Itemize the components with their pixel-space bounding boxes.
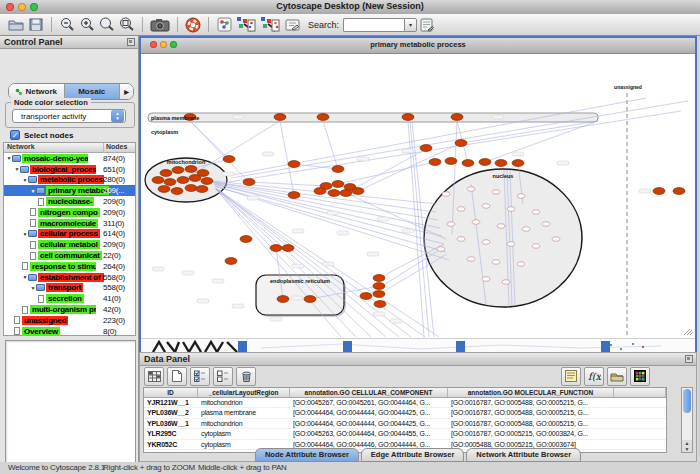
- annotation-button[interactable]: [282, 15, 302, 35]
- tree-row[interactable]: ▼cellular process614(0): [4, 229, 135, 240]
- svg-text:mitochondrion: mitochondrion: [167, 159, 206, 165]
- tree-row-label: unassigned: [22, 316, 68, 325]
- select-nodes-checkbox[interactable]: ✓: [10, 130, 20, 140]
- tree-row-count: 874(0): [103, 154, 125, 163]
- vizmapper-button[interactable]: [214, 15, 234, 35]
- tree-row-label: biological_process: [30, 165, 96, 174]
- tab-overflow-arrow[interactable]: ▶: [120, 84, 133, 99]
- import-attributes-button[interactable]: [607, 367, 627, 386]
- tree-row[interactable]: response to stimul264(0): [4, 261, 135, 272]
- advanced-search-button[interactable]: [417, 15, 437, 35]
- tree-row[interactable]: ▼primary metabol209(...: [4, 185, 135, 196]
- tree-row[interactable]: nucleobase-209(0): [4, 196, 135, 207]
- delete-attribute-button[interactable]: [236, 367, 256, 386]
- table-row[interactable]: YPL036W__2plasma membrane[GO:0044464, GO…: [144, 408, 666, 418]
- select-nodes-row: ✓ Select nodes: [10, 130, 73, 140]
- search-dropdown-arrow[interactable]: ▾: [404, 18, 417, 32]
- float-panel-icon[interactable]: [127, 38, 135, 46]
- folder-icon: [28, 230, 37, 237]
- data-panel-title: Data Panel: [144, 354, 190, 364]
- tab-network-attribute-browser[interactable]: Network Attribute Browser: [466, 448, 581, 462]
- tree-row[interactable]: cellular metabol209(0): [4, 239, 135, 250]
- new-attribute-button[interactable]: [167, 367, 187, 386]
- matrix-button[interactable]: [630, 367, 650, 386]
- tree-row[interactable]: ▼establishment of lo558(0): [4, 272, 135, 283]
- help-button[interactable]: [183, 15, 203, 35]
- zoom-in-button[interactable]: [77, 15, 97, 35]
- tree-row-count: 280(0): [103, 175, 125, 184]
- status-bar: Welcome to Cytoscape 2.8.1 Right-click +…: [0, 462, 700, 474]
- network-canvas[interactable]: plasma membranecytoplasmmitochondrionnuc…: [141, 54, 695, 338]
- zoom-selected-button[interactable]: [97, 15, 117, 35]
- table-cell: [GO:0045263, GO:0044464, GO:0044455, G..…: [290, 429, 448, 438]
- notes-button[interactable]: [561, 367, 581, 386]
- save-session-button[interactable]: [26, 15, 46, 35]
- birdseye-view[interactable]: [5, 340, 136, 474]
- attribute-grid-button[interactable]: [144, 367, 164, 386]
- open-session-button[interactable]: [6, 15, 26, 35]
- tab-network-label: Network: [25, 87, 57, 96]
- column-header-region[interactable]: _cellularLayoutRegion: [198, 388, 290, 397]
- snapshot-button[interactable]: [148, 15, 172, 35]
- search-input[interactable]: [343, 18, 404, 32]
- tree-row[interactable]: multi-organism pro42(0): [4, 304, 135, 315]
- layout-apply-button[interactable]: [258, 15, 282, 35]
- zoom-fit-button[interactable]: [117, 15, 137, 35]
- layout-copy-button[interactable]: [234, 15, 258, 35]
- zoom-out-button[interactable]: [57, 15, 77, 35]
- tree-row-label: macromolecule: [38, 219, 98, 228]
- unselect-attributes-button[interactable]: [213, 367, 233, 386]
- svg-text:unassigned: unassigned: [614, 84, 642, 90]
- tree-row[interactable]: macromolecule311(0): [4, 218, 135, 229]
- node-color-dropdown[interactable]: transporter activity ▲▼: [12, 109, 126, 123]
- float-data-panel-icon[interactable]: [685, 355, 693, 363]
- tab-mosaic[interactable]: Mosaic: [65, 84, 121, 99]
- tree-row-count: 651(0): [103, 165, 125, 174]
- table-cell: [GO:0016787, GO:0005488, GO:0005215, G..…: [448, 398, 614, 407]
- tab-node-attribute-browser[interactable]: Node Attribute Browser: [255, 448, 359, 462]
- tree-column-network[interactable]: Network: [7, 143, 35, 150]
- tree-row[interactable]: nitrogen compo209(0): [4, 207, 135, 218]
- table-cell: mitochondrion: [198, 419, 290, 428]
- tab-network[interactable]: Network: [9, 84, 65, 99]
- tree-row[interactable]: cell communicat22(0): [4, 250, 135, 261]
- tree-row-count: 41(0): [103, 294, 121, 303]
- tree-row-count: 209(0): [103, 240, 125, 249]
- tree-row[interactable]: secretion41(0): [4, 293, 135, 304]
- tree-row[interactable]: ▼biological_process651(0): [4, 164, 135, 175]
- table-cell: YDR039C__1: [144, 450, 198, 453]
- toolbar-separator: [177, 17, 178, 32]
- search-label: Search:: [308, 20, 339, 30]
- table-cell: [GO:0045267, GO:0045261, GO:0044464, G..…: [290, 398, 448, 407]
- tree-row[interactable]: unassigned223(0): [4, 315, 135, 326]
- tree-row[interactable]: ▼mosaic-demo-yeast874(0): [4, 153, 135, 164]
- column-header-filler: [614, 388, 666, 397]
- function-builder-button[interactable]: f(x): [584, 367, 604, 386]
- window-title: Cytoscape Desktop (New Session): [0, 1, 700, 11]
- browser-tabs: Node Attribute Browser Edge Attribute Br…: [255, 448, 581, 462]
- tree-row-count: 209(0): [103, 197, 125, 206]
- network-view-title: primary metabolic process: [141, 40, 695, 49]
- scrollbar-arrows[interactable]: ▲▼: [682, 440, 692, 452]
- select-attributes-button[interactable]: [190, 367, 210, 386]
- tree-row-count: 22(0): [103, 251, 121, 260]
- tree-row-label: cellular process: [38, 229, 100, 238]
- scrollbar-thumb[interactable]: [683, 389, 691, 413]
- table-row[interactable]: YLR295Ccytoplasm[GO:0045263, GO:0044464,…: [144, 429, 666, 439]
- tab-edge-attribute-browser[interactable]: Edge Attribute Browser: [361, 448, 464, 462]
- table-row[interactable]: YJR121W__1mitochondrion[GO:0045267, GO:0…: [144, 398, 666, 408]
- table-scrollbar[interactable]: ▲▼: [681, 387, 693, 453]
- column-header-id[interactable]: ID: [144, 388, 198, 397]
- tree-column-nodes[interactable]: Nodes: [103, 143, 127, 152]
- network-view-titlebar[interactable]: primary metabolic process: [141, 38, 695, 54]
- tree-row-count: 223(0): [103, 316, 125, 325]
- tree-row[interactable]: Overview8(0): [4, 326, 135, 337]
- table-row[interactable]: YPL036W__1mitochondrion[GO:0044464, GO:0…: [144, 419, 666, 429]
- document-icon: [38, 198, 44, 206]
- folder-icon: [28, 274, 37, 281]
- tree-row[interactable]: ▼metabolic process280(0): [4, 175, 135, 186]
- column-header-cellular-component[interactable]: annotation.GO CELLULAR_COMPONENT: [290, 388, 448, 397]
- column-header-molecular-function[interactable]: annotation.GO MOLECULAR_FUNCTION: [448, 388, 614, 397]
- tree-row[interactable]: ▼transport558(0): [4, 283, 135, 294]
- table-cell: [GO:0016787, GO:0005488, GO:0005215, G..…: [448, 408, 614, 417]
